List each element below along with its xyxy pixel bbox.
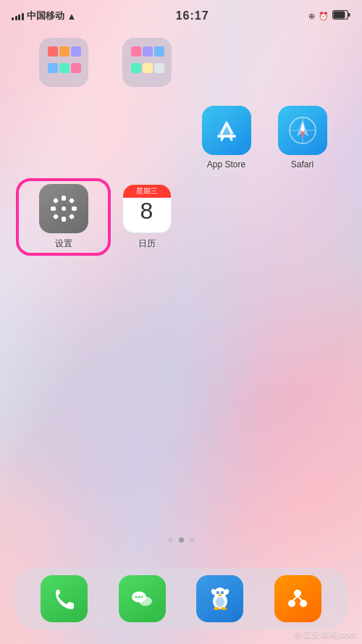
folder-1-icon[interactable] [39,38,88,87]
folder-1-grid [45,43,83,81]
svg-rect-18 [68,198,74,204]
calendar-icon[interactable]: 星期三 8 [122,184,172,233]
folder-mini [71,63,81,73]
dock [14,568,348,630]
svg-rect-12 [62,196,66,201]
svg-point-33 [218,594,222,596]
svg-point-25 [138,595,140,598]
watermark: 冬瓜安卓网.com [288,626,362,644]
dock-phone-item[interactable] [41,575,88,622]
folder-2-grid [128,43,166,81]
svg-line-43 [298,596,303,601]
wechat-icon[interactable] [119,575,166,622]
dock-wechat-item[interactable] [119,575,166,622]
svg-rect-1 [348,13,350,17]
svg-point-31 [217,591,219,593]
carrier-label: 中国移动 [27,9,64,22]
signal-icon [12,12,24,20]
svg-point-41 [300,600,307,607]
page-dot-1[interactable] [168,538,173,543]
svg-rect-2 [333,12,345,19]
folder-mini [71,46,81,57]
folder-1-item[interactable] [22,38,105,91]
battery-icon [332,10,350,22]
status-right: ⊕ ⏰ [308,10,350,22]
app-row-2: App Store Safari [14,106,348,170]
appstore-icon[interactable] [202,106,251,155]
folder-mini [154,63,164,73]
svg-point-32 [222,591,223,593]
folder-mini [48,63,58,73]
calendar-item[interactable]: 星期三 8 日历 [105,184,188,250]
alarm-icon: ⏰ [319,12,329,21]
svg-point-23 [139,596,152,606]
home-screen: App Store Safari [0,32,362,256]
svg-point-38 [221,607,227,610]
svg-point-24 [135,595,138,598]
svg-rect-13 [62,217,66,222]
status-left: 中国移动 ▲ [12,9,76,22]
svg-point-26 [141,595,143,598]
folder-2-icon[interactable] [122,38,172,87]
page-dot-3[interactable] [190,538,195,543]
svg-line-42 [293,596,298,601]
svg-rect-14 [51,206,56,211]
svg-point-37 [214,607,219,610]
folder-mini [143,63,153,73]
safari-icon[interactable] [278,106,327,155]
svg-rect-19 [52,214,58,219]
appstore-label: App Store [207,159,245,170]
svg-rect-15 [72,206,77,211]
folder-mini [59,46,70,57]
page-dots [0,538,362,543]
folder-mini [48,46,58,57]
safari-label: Safari [291,159,313,170]
settings-icon[interactable] [39,184,88,233]
folder-mini [131,63,141,73]
svg-rect-17 [68,214,74,219]
folder-mini [131,46,141,57]
app-row-1 [14,38,348,91]
phone-icon[interactable] [41,575,88,622]
svg-point-34 [216,597,224,607]
app4-icon[interactable] [274,575,321,622]
qq-icon[interactable] [196,575,243,622]
svg-rect-16 [52,198,58,204]
wifi-icon: ▲ [67,11,77,22]
svg-point-40 [288,600,295,607]
folder-mini [143,46,153,57]
folder-mini [59,63,70,73]
page-dot-2[interactable] [179,538,184,543]
svg-point-21 [62,206,66,211]
safari-item[interactable]: Safari [264,106,340,170]
settings-item[interactable]: 设置 [22,184,105,250]
appstore-item[interactable]: App Store [188,106,264,170]
settings-label: 设置 [55,238,72,250]
svg-point-39 [294,590,301,597]
calendar-date: 8 [140,199,153,222]
folder-mini [154,46,164,57]
clock: 16:17 [176,9,209,22]
location-icon: ⊕ [308,12,315,21]
folder-2-item[interactable] [105,38,188,91]
dock-qq-item[interactable] [196,575,243,622]
calendar-day: 星期三 [123,185,171,198]
status-bar: 中国移动 ▲ 16:17 ⊕ ⏰ [0,0,362,32]
app-row-3: 设置 星期三 8 日历 [14,184,348,250]
dock-app4-item[interactable] [274,575,321,622]
calendar-label: 日历 [138,238,156,250]
